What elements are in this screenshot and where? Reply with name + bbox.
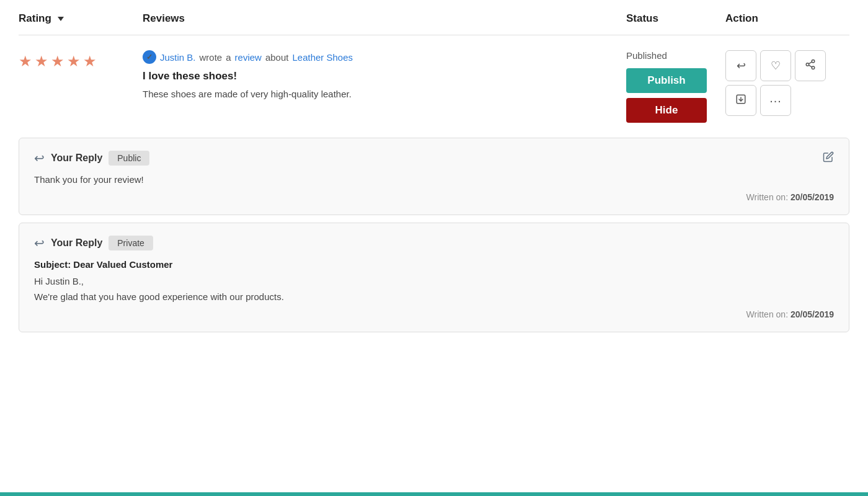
reply-public-date-value: 20/05/2019 <box>790 192 834 202</box>
review-meta: ✓ Justin B. wrote a review about Leather… <box>143 50 608 64</box>
status-column-header: Status <box>626 12 725 25</box>
download-action-button[interactable] <box>725 85 756 116</box>
review-column: ✓ Justin B. wrote a review about Leather… <box>143 50 626 102</box>
author-link[interactable]: Justin B. <box>160 52 196 63</box>
action-row-1: ↩ ♡ <box>725 50 826 81</box>
heart-icon: ♡ <box>771 59 781 73</box>
action-column: ↩ ♡ <box>725 50 849 116</box>
svg-line-3 <box>808 65 812 67</box>
reply-public-date: Written on: 20/05/2019 <box>34 192 834 202</box>
download-icon <box>735 94 746 108</box>
reply-private-header: ↩ Your Reply Private <box>34 236 834 250</box>
rating-label: Rating <box>19 12 51 25</box>
about-text: about <box>265 52 289 63</box>
star-2: ★ <box>35 53 48 70</box>
reply-action-button[interactable]: ↩ <box>725 50 756 81</box>
reply-icon: ↩ <box>737 59 746 73</box>
star-3: ★ <box>51 53 64 70</box>
table-row: ★ ★ ★ ★ ★ ✓ Justin B. wrote a review abo… <box>19 35 849 340</box>
star-rating: ★ ★ ★ ★ ★ <box>19 53 143 70</box>
status-column: Published Publish Hide <box>626 50 725 123</box>
reply-private-date-value: 20/05/2019 <box>790 309 834 319</box>
share-icon <box>805 59 816 73</box>
product-link[interactable]: Leather Shoes <box>292 52 353 63</box>
reply-private-date: Written on: 20/05/2019 <box>34 309 834 319</box>
reply-private-subject: Subject: Dear Valued Customer <box>34 259 834 270</box>
reply-public-header: ↩ Your Reply Public <box>34 151 834 166</box>
publish-button[interactable]: Publish <box>626 68 707 93</box>
bottom-bar <box>0 492 868 496</box>
a-text: a <box>226 52 231 63</box>
written-on-label-2: Written on: <box>746 309 788 319</box>
share-action-button[interactable] <box>795 50 826 81</box>
edit-icon[interactable] <box>823 151 834 166</box>
status-published-text: Published <box>626 50 667 61</box>
reply-public-text: Thank you for your review! <box>34 174 834 185</box>
replies-wrapper: ↩ Your Reply Public Thank you for your r… <box>19 138 849 340</box>
reply-arrow-icon: ↩ <box>34 151 45 166</box>
wrote-text: wrote <box>200 52 223 63</box>
rating-column-header[interactable]: Rating <box>19 12 143 25</box>
svg-line-4 <box>808 62 812 64</box>
verified-icon: ✓ <box>143 50 156 64</box>
hide-button[interactable]: Hide <box>626 98 707 123</box>
star-5: ★ <box>83 53 97 70</box>
reply-private-arrow-icon: ↩ <box>34 236 45 250</box>
reply-private-badge: Private <box>108 236 153 250</box>
reply-public: ↩ Your Reply Public Thank you for your r… <box>19 138 849 215</box>
review-link[interactable]: review <box>235 52 262 63</box>
reviews-column-header: Reviews <box>143 12 626 25</box>
action-column-header: Action <box>725 12 849 25</box>
more-icon: ··· <box>769 94 782 108</box>
table-header: Rating Reviews Status Action <box>19 12 849 35</box>
more-action-button[interactable]: ··· <box>760 85 791 116</box>
review-title: I love these shoes! <box>143 70 608 82</box>
reply-private: ↩ Your Reply Private Subject: Dear Value… <box>19 223 849 332</box>
reply-public-label: Your Reply <box>51 153 102 164</box>
reply-private-body: We're glad that you have good experience… <box>34 291 834 302</box>
star-1: ★ <box>19 53 32 70</box>
written-on-label: Written on: <box>746 192 788 202</box>
reply-private-greeting: Hi Justin B., <box>34 276 834 286</box>
review-body: These shoes are made of very high-qualit… <box>143 87 608 102</box>
heart-action-button[interactable]: ♡ <box>760 50 791 81</box>
reply-public-badge: Public <box>108 151 149 166</box>
reply-private-label: Your Reply <box>51 237 102 249</box>
chevron-down-icon[interactable] <box>58 17 64 21</box>
star-4: ★ <box>67 53 81 70</box>
action-row-2: ··· <box>725 85 791 116</box>
